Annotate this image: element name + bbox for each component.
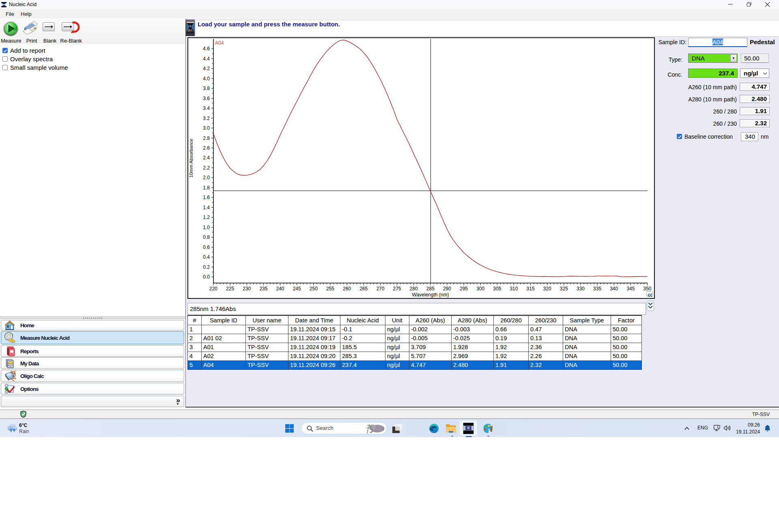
svg-text:285: 285 [426, 286, 435, 292]
svg-text:4.0: 4.0 [203, 76, 210, 82]
svg-text:325: 325 [560, 286, 568, 292]
svg-text:290: 290 [443, 286, 451, 292]
svg-text:0.4: 0.4 [203, 254, 210, 260]
svg-text:2.6: 2.6 [203, 145, 210, 151]
svg-text:2.8: 2.8 [203, 135, 210, 141]
svg-text:265: 265 [359, 286, 368, 292]
svg-text:295: 295 [460, 286, 468, 292]
svg-text:4.6: 4.6 [203, 46, 210, 51]
svg-text:0.8: 0.8 [203, 234, 210, 240]
svg-text:255: 255 [326, 286, 334, 292]
svg-text:245: 245 [293, 286, 301, 292]
svg-text:340: 340 [610, 286, 618, 292]
svg-text:1.0: 1.0 [203, 225, 210, 230]
svg-text:3.6: 3.6 [203, 96, 210, 101]
svg-text:2.0: 2.0 [203, 175, 210, 180]
svg-text:315: 315 [527, 286, 535, 292]
svg-text:225: 225 [226, 286, 234, 292]
svg-text:10mm Absorbance: 10mm Absorbance [189, 139, 194, 178]
svg-text:Wavelength (nm): Wavelength (nm) [412, 292, 449, 298]
svg-text:235: 235 [259, 286, 267, 292]
svg-text:335: 335 [593, 286, 601, 292]
svg-text:0.2: 0.2 [203, 264, 210, 270]
svg-text:310: 310 [510, 286, 518, 292]
svg-text:260: 260 [343, 286, 351, 292]
svg-text:300: 300 [476, 286, 484, 292]
svg-text:220: 220 [209, 286, 217, 292]
svg-text:1.6: 1.6 [203, 195, 210, 200]
svg-text:2.2: 2.2 [203, 165, 210, 171]
svg-text:4.2: 4.2 [203, 66, 210, 71]
svg-text:4.4: 4.4 [203, 56, 210, 62]
svg-text:3.8: 3.8 [203, 86, 210, 91]
svg-text:1.2: 1.2 [203, 215, 210, 220]
svg-text:350: 350 [643, 286, 651, 292]
svg-text:1.4: 1.4 [203, 205, 210, 210]
svg-text:270: 270 [376, 286, 384, 292]
svg-text:3.2: 3.2 [203, 116, 210, 121]
svg-text:240: 240 [276, 286, 284, 292]
svg-text:0.6: 0.6 [203, 245, 210, 250]
svg-text:0.0: 0.0 [203, 274, 210, 280]
svg-text:250: 250 [310, 286, 318, 292]
svg-text:3.0: 3.0 [203, 125, 210, 131]
svg-text:1.8: 1.8 [203, 185, 210, 191]
svg-text:275: 275 [393, 286, 401, 292]
svg-text:305: 305 [493, 286, 501, 292]
svg-text:345: 345 [626, 286, 635, 292]
svg-text:230: 230 [243, 286, 251, 292]
svg-text:280: 280 [410, 286, 418, 292]
svg-text:3.4: 3.4 [203, 105, 210, 111]
svg-text:320: 320 [543, 286, 551, 292]
svg-text:2.4: 2.4 [203, 155, 210, 161]
svg-text:330: 330 [577, 286, 585, 292]
svg-text:A04: A04 [215, 40, 224, 46]
